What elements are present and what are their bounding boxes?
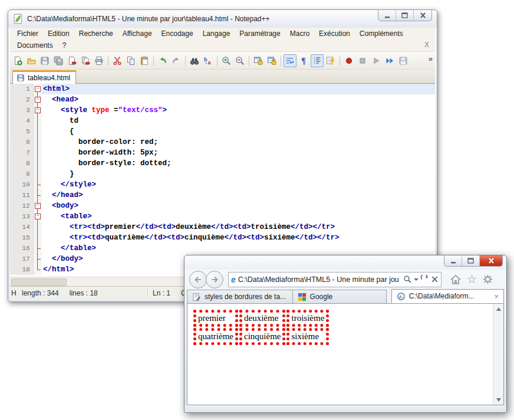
function-list-button[interactable] <box>324 54 337 67</box>
search-icon[interactable] <box>403 275 412 284</box>
close-file-button[interactable] <box>65 54 78 67</box>
menu-execution[interactable]: Exécution <box>314 28 355 39</box>
undo-button[interactable] <box>156 54 169 67</box>
code-line-13: 13− <table> <box>10 211 435 222</box>
open-file-button[interactable] <box>25 54 38 67</box>
fold-marker <box>34 116 42 126</box>
word-wrap-button[interactable] <box>284 54 296 67</box>
sync-vertical-button[interactable] <box>252 54 265 67</box>
ie-minimize-button[interactable] <box>444 255 462 266</box>
close-button[interactable] <box>414 10 431 21</box>
code-line-14: 14 <tr><td>premier</td><td>deuxième</td>… <box>10 222 435 232</box>
line-number: 14 <box>10 222 34 232</box>
fold-marker[interactable]: − <box>34 94 42 105</box>
desktop: C:\Data\Mediaforma\HTML5 - Une minute pa… <box>0 0 514 420</box>
svg-text:a: a <box>208 60 212 65</box>
fold-marker[interactable]: − <box>34 105 42 116</box>
zoom-in-button[interactable] <box>220 54 233 67</box>
ie-navigation-bar: e C:\Data\Mediaforma\HTML5 - Une minute … <box>184 270 506 289</box>
menu-macro[interactable]: Macro <box>285 28 314 39</box>
npp-window-controls <box>378 10 432 21</box>
macro-record-button[interactable] <box>342 54 355 67</box>
ie-icon: e <box>397 292 406 301</box>
close-all-button[interactable] <box>79 54 92 67</box>
menu-affichage[interactable]: Affichage <box>118 28 157 39</box>
menu-encodage[interactable]: Encodage <box>157 28 198 39</box>
menu-documents[interactable]: Documents <box>12 40 58 51</box>
minimize-button[interactable] <box>378 10 396 21</box>
menu-parametrage[interactable]: Paramétrage <box>235 28 285 39</box>
menu-help[interactable]: ? <box>58 40 71 51</box>
indent-guide-button[interactable] <box>311 54 324 67</box>
menu-complements[interactable]: Compléments <box>355 28 408 39</box>
menubar-close-x[interactable]: X <box>424 41 429 49</box>
tab-tableau4[interactable]: tableau4.html <box>12 70 76 84</box>
copy-button[interactable] <box>124 54 137 67</box>
maximize-button[interactable] <box>396 10 414 21</box>
search-dropdown-caret-icon[interactable] <box>414 278 419 281</box>
sync-horizontal-button[interactable] <box>265 54 278 67</box>
refresh-icon[interactable] <box>420 275 429 284</box>
table-row: quatrièmecinquièmesixième <box>193 328 329 345</box>
code-text: </style> <box>42 179 435 190</box>
favorites-star-icon[interactable]: ☆ <box>467 274 477 285</box>
scroll-up-button[interactable] <box>493 304 503 314</box>
zoom-in-icon <box>222 56 231 65</box>
tab-close-icon[interactable]: × <box>494 292 499 301</box>
table-cell: troisième <box>286 310 329 327</box>
code-line-1: 1−<html> <box>10 84 435 94</box>
forward-button[interactable] <box>206 271 223 288</box>
ie-close-button[interactable] <box>480 255 502 266</box>
browser-tab-2[interactable]: Google <box>293 290 387 303</box>
toolbar-overflow-chevron[interactable]: » <box>429 54 433 63</box>
menu-recherche[interactable]: Recherche <box>74 28 118 39</box>
paste-icon <box>140 56 149 65</box>
code-text: <tr><td>quatrième</td><td>cinquième</td>… <box>42 232 435 243</box>
browser-tab-3[interactable]: eC:\Data\Mediaform...× <box>391 289 504 303</box>
show-all-chars-button[interactable]: ¶ <box>297 54 310 67</box>
vertical-scrollbar[interactable] <box>493 304 503 405</box>
toolbar-separator <box>185 55 186 66</box>
macro-stop-button[interactable] <box>356 54 369 67</box>
menu-fichier[interactable]: Fichier <box>12 28 43 39</box>
fold-marker[interactable]: − <box>34 201 42 211</box>
forward-arrow-icon <box>210 275 219 284</box>
replace-button[interactable]: ba <box>202 54 215 67</box>
ie-maximize-button[interactable] <box>462 255 480 266</box>
macro-save-button[interactable] <box>397 54 410 67</box>
fold-marker[interactable]: − <box>34 84 42 94</box>
menu-edition[interactable]: Edition <box>43 28 74 39</box>
line-number: 11 <box>10 190 34 201</box>
stop-icon[interactable] <box>431 275 439 283</box>
ie-titlebar[interactable] <box>184 255 506 270</box>
zoom-out-button[interactable] <box>233 54 246 67</box>
browser-tab-1[interactable]: styles de bordures de ta... <box>187 290 293 303</box>
gear-icon[interactable] <box>482 274 493 285</box>
notepadpp-titlebar[interactable]: C:\Data\Mediaforma\HTML5 - Une minute pa… <box>8 10 437 28</box>
scroll-down-button[interactable] <box>493 395 503 405</box>
horizontal-scrollbar-thumb[interactable] <box>11 278 67 286</box>
cut-button[interactable] <box>111 54 124 67</box>
table-cell: sixième <box>286 328 329 345</box>
notepadpp-icon <box>13 14 24 24</box>
paste-button[interactable] <box>138 54 151 67</box>
save-all-button[interactable] <box>52 54 65 67</box>
fold-marker[interactable]: − <box>34 211 42 222</box>
home-icon[interactable] <box>450 274 462 285</box>
browser-viewport[interactable]: premierdeuxièmetroisièmequatrièmecinquiè… <box>187 303 504 405</box>
macro-play-button[interactable] <box>370 54 383 67</box>
macro-run-button[interactable] <box>383 54 396 67</box>
new-file-button[interactable] <box>11 54 24 67</box>
redo-button[interactable] <box>170 54 183 67</box>
code-editor[interactable]: 1−<html>2− <head>3− <style type ="text/c… <box>10 84 435 277</box>
code-text: <table> <box>42 211 435 222</box>
print-button[interactable] <box>93 54 106 67</box>
macro-run-icon <box>385 56 394 65</box>
address-bar[interactable]: e C:\Data\Mediaforma\HTML5 - Une minute … <box>228 272 441 287</box>
save-file-icon <box>40 56 50 65</box>
page-pen-icon <box>192 293 201 301</box>
menu-langage[interactable]: Langage <box>198 28 235 39</box>
save-file-button[interactable] <box>38 54 51 67</box>
back-button[interactable] <box>189 271 207 288</box>
find-button[interactable] <box>188 54 201 67</box>
